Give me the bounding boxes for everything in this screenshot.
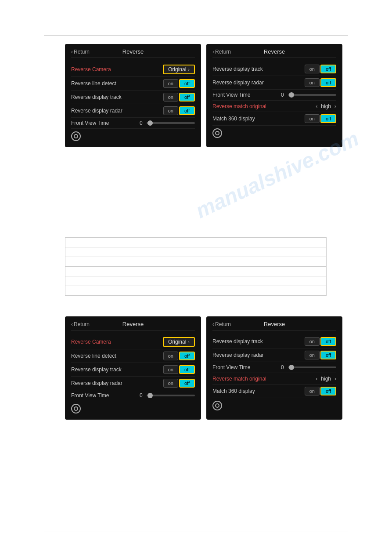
line-detect-toggle-1: on off [163, 79, 195, 88]
table-row [65, 276, 327, 286]
r-slider-track-1[interactable] [288, 94, 336, 96]
front-view-slider-1: 0 [140, 120, 195, 126]
arrow-right-btn-2[interactable]: › [334, 375, 336, 382]
r-display-radar-off-2[interactable]: off [320, 351, 336, 359]
chevron-left-icon-r2: ‹ [212, 321, 214, 327]
slider-track-2[interactable] [147, 395, 195, 396]
r-slider-val-1: 0 [281, 92, 285, 98]
original-btn-1[interactable]: Original › [163, 65, 195, 74]
table-row [65, 286, 327, 296]
r-match360-off-1[interactable]: off [320, 114, 336, 123]
return-btn-right-2[interactable]: ‹ Return [212, 321, 231, 327]
return-btn-right-1[interactable]: ‹ Return [212, 49, 231, 55]
row-display-track-2: Reverse display track on off [71, 363, 195, 377]
row-line-detect-2: Reverse line detect on off [71, 349, 195, 363]
display-track-off-1[interactable]: off [179, 93, 195, 102]
display-radar-toggle-2: on off [163, 379, 195, 388]
row-reverse-camera-1: Reverse Camera Original › [71, 62, 195, 77]
match-orig-value-2: high [320, 376, 333, 382]
line-detect-label-1: Reverse line detect [71, 80, 116, 87]
reverse-camera-label-1: Reverse Camera [71, 66, 111, 73]
slider-thumb-2 [147, 393, 153, 398]
panel-footer-right-2 [212, 401, 336, 410]
circle-icon-inner-r2 [215, 403, 219, 408]
circle-icon-r2 [212, 401, 222, 410]
line-detect-on-1[interactable]: on [163, 79, 178, 88]
r-match360-toggle-2: on off [305, 387, 336, 395]
circle-icon-inner-l2 [74, 406, 78, 411]
r-display-radar-on-1[interactable]: on [305, 78, 320, 87]
r-display-radar-label-1: Reverse display radar [212, 80, 264, 86]
row-r-display-track-2: Reverse display track on off [212, 335, 336, 348]
r-display-track-off-2[interactable]: off [320, 337, 336, 346]
table-row [65, 247, 327, 257]
display-track-on-2[interactable]: on [163, 365, 178, 374]
r-display-radar-off-1[interactable]: off [320, 78, 336, 87]
line-detect-off-1[interactable]: off [179, 79, 195, 88]
display-track-on-1[interactable]: on [163, 93, 178, 102]
return-btn-left-1[interactable]: ‹ Return [71, 49, 90, 55]
panel-footer-right-1 [212, 128, 336, 138]
r-display-radar-toggle-1: on off [305, 78, 336, 87]
r-slider-track-2[interactable] [288, 366, 336, 368]
row-r-match-orig-2: Reverse match original ‹ high › [212, 373, 336, 385]
circle-icon-l2 [71, 404, 81, 414]
return-btn-left-2[interactable]: ‹ Return [71, 321, 90, 327]
r-match360-off-2[interactable]: off [320, 387, 336, 395]
circle-icon-inner-1 [74, 134, 78, 138]
panel-title-left-1: Reverse [122, 48, 144, 55]
display-track-toggle-2: on off [163, 365, 195, 374]
row-r-match360-2: Match 360 display on off [212, 385, 336, 398]
table-row [65, 238, 327, 247]
front-view-label-1: Front View Time [71, 120, 109, 126]
r-display-track-toggle-1: on off [305, 65, 336, 73]
display-radar-label-1: Reverse display radar [71, 108, 122, 114]
r-front-view-label-2: Front View Time [212, 364, 250, 370]
r-display-track-off-1[interactable]: off [320, 65, 336, 73]
display-radar-off-1[interactable]: off [179, 106, 195, 115]
r-display-track-label-2: Reverse display track [212, 338, 263, 345]
line-detect-on-2[interactable]: on [163, 352, 178, 360]
r-display-track-on-1[interactable]: on [305, 65, 320, 73]
r-display-radar-on-2[interactable]: on [305, 351, 320, 359]
front-view-label-2: Front View Time [71, 392, 109, 399]
r-match-orig-select-1: ‹ high › [316, 103, 336, 109]
display-radar-off-2[interactable]: off [179, 379, 195, 388]
table-section [65, 237, 327, 296]
r-match-orig-select-2: ‹ high › [316, 375, 336, 382]
r-display-track-on-2[interactable]: on [305, 337, 320, 346]
arrow-left-btn-1[interactable]: ‹ [316, 103, 317, 109]
slider-track-1[interactable] [147, 122, 195, 124]
row-front-view-2: Front View Time 0 [71, 390, 195, 401]
r-slider-thumb-1 [289, 92, 294, 98]
panel-header-left-1: ‹ Return Reverse [71, 48, 195, 58]
r-slider-thumb-2 [289, 365, 294, 370]
panel-left-1: ‹ Return Reverse Reverse Camera Original… [65, 44, 201, 147]
panel-left-2: ‹ Return Reverse Reverse Camera Original… [65, 316, 201, 420]
display-radar-on-2[interactable]: on [163, 379, 178, 388]
chevron-left-icon-l2: ‹ [71, 321, 73, 327]
r-slider-val-2: 0 [281, 364, 285, 370]
top-divider [44, 35, 348, 36]
arrow-left-btn-2[interactable]: ‹ [316, 375, 317, 382]
circle-icon-1 [71, 131, 81, 141]
panel-title-left-2: Reverse [122, 321, 144, 327]
panel-footer-left-2 [71, 404, 195, 414]
display-track-off-2[interactable]: off [179, 365, 195, 374]
display-radar-toggle-1: on off [163, 106, 195, 115]
line-detect-off-2[interactable]: off [179, 352, 195, 360]
r-match360-on-2[interactable]: on [305, 387, 320, 395]
r-match360-toggle-1: on off [305, 114, 336, 123]
arrow-right-icon-2: › [188, 339, 190, 345]
r-front-view-slider-2: 0 [281, 364, 336, 370]
row-r-display-radar-1: Reverse display radar on off [212, 76, 336, 90]
panel-footer-left-1 [71, 131, 195, 141]
arrow-right-btn-1[interactable]: › [334, 103, 336, 109]
row-r-display-radar-2: Reverse display radar on off [212, 348, 336, 362]
display-radar-on-1[interactable]: on [163, 106, 178, 115]
panels-row-1: ‹ Return Reverse Reverse Camera Original… [65, 44, 342, 147]
r-display-radar-toggle-2: on off [305, 351, 336, 359]
circle-icon-inner-r1 [215, 131, 219, 135]
r-match360-on-1[interactable]: on [305, 114, 320, 123]
original-btn-2[interactable]: Original › [163, 337, 195, 347]
